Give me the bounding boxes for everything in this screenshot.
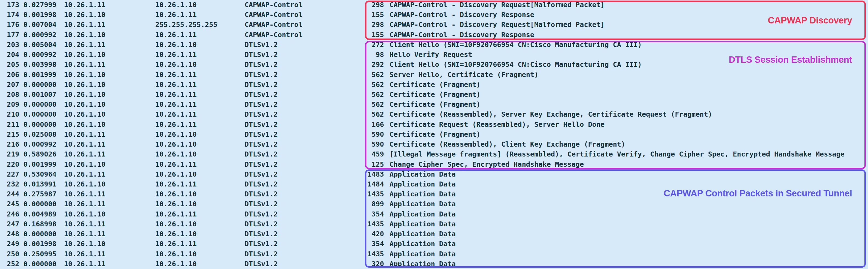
packet-source: 10.26.1.11 (64, 60, 105, 69)
packet-source: 10.26.1.10 (64, 80, 105, 90)
packet-number: 203 (0, 40, 19, 50)
packet-row[interactable]: 245 0.000000 10.26.1.11 10.26.1.10 DTLSv… (0, 199, 868, 209)
packet-row[interactable]: 247 0.168998 10.26.1.11 10.26.1.10 DTLSv… (0, 219, 868, 229)
packet-destination: 10.26.1.10 (155, 259, 197, 269)
packet-info: Application Data (390, 189, 456, 199)
packet-row[interactable]: 205 0.003998 10.26.1.11 10.26.1.10 DTLSv… (0, 60, 868, 69)
packet-source: 10.26.1.10 (64, 120, 105, 129)
packet-time: 0.589026 (23, 149, 56, 159)
packet-number: 177 (0, 30, 19, 40)
packet-source: 10.26.1.10 (64, 10, 105, 20)
packet-destination: 10.26.1.11 (155, 179, 197, 189)
packet-row[interactable]: 206 0.001999 10.26.1.10 10.26.1.11 DTLSv… (0, 70, 868, 80)
packet-destination: 10.26.1.11 (155, 99, 197, 110)
packet-row[interactable]: 210 0.000000 10.26.1.10 10.26.1.11 DTLSv… (0, 110, 868, 119)
packet-number: 206 (0, 70, 19, 80)
packet-row[interactable]: 177 0.000992 10.26.1.10 10.26.1.11 CAPWA… (0, 30, 868, 40)
packet-source: 10.26.1.10 (64, 30, 105, 40)
packet-length: 1483 (365, 170, 384, 179)
packet-row[interactable]: 246 0.004989 10.26.1.10 10.26.1.11 DTLSv… (0, 209, 868, 219)
packet-number: 205 (0, 60, 19, 69)
packet-row[interactable]: 176 0.007004 10.26.1.11 255.255.255.255 … (0, 20, 868, 30)
packet-length: 562 (365, 110, 384, 119)
packet-length: 562 (365, 80, 384, 90)
packet-row[interactable]: 219 0.589026 10.26.1.11 10.26.1.10 DTLSv… (0, 149, 868, 159)
packet-length: 320 (365, 259, 384, 269)
packet-protocol: CAPWAP-Control (245, 20, 303, 30)
packet-row[interactable]: 227 0.530964 10.26.1.11 10.26.1.10 DTLSv… (0, 170, 868, 179)
packet-source: 10.26.1.11 (64, 129, 105, 140)
packet-row[interactable]: 244 0.275987 10.26.1.11 10.26.1.10 DTLSv… (0, 189, 868, 199)
packet-length: 298 (365, 0, 384, 10)
packet-protocol: DTLSv1.2 (245, 120, 278, 129)
packet-destination: 10.26.1.10 (155, 40, 197, 50)
packet-number: 210 (0, 110, 19, 119)
packet-length: 354 (365, 209, 384, 219)
packet-time: 0.005004 (23, 40, 56, 50)
packet-source: 10.26.1.10 (64, 110, 105, 119)
packet-source: 10.26.1.11 (64, 0, 105, 10)
packet-row[interactable]: 209 0.000000 10.26.1.10 10.26.1.11 DTLSv… (0, 99, 868, 110)
packet-time: 0.001999 (23, 159, 56, 170)
packet-source: 10.26.1.11 (64, 20, 105, 30)
packet-row[interactable]: 208 0.001007 10.26.1.10 10.26.1.11 DTLSv… (0, 90, 868, 99)
packet-info: Application Data (390, 249, 456, 259)
packet-destination: 10.26.1.10 (155, 149, 197, 159)
packet-number: 247 (0, 219, 19, 229)
packet-row[interactable]: 220 0.001999 10.26.1.10 10.26.1.11 DTLSv… (0, 159, 868, 170)
packet-length: 899 (365, 199, 384, 209)
packet-length: 125 (365, 159, 384, 170)
packet-row[interactable]: 203 0.005004 10.26.1.11 10.26.1.10 DTLSv… (0, 40, 868, 50)
packet-row[interactable]: 250 0.250995 10.26.1.11 10.26.1.10 DTLSv… (0, 249, 868, 259)
packet-length: 1435 (365, 189, 384, 199)
packet-row[interactable]: 173 0.027999 10.26.1.11 10.26.1.10 CAPWA… (0, 0, 868, 10)
packet-destination: 10.26.1.10 (155, 170, 197, 179)
packet-source: 10.26.1.10 (64, 239, 105, 249)
packet-row[interactable]: 215 0.025008 10.26.1.11 10.26.1.10 DTLSv… (0, 129, 868, 140)
packet-number: 244 (0, 189, 19, 199)
packet-destination: 10.26.1.10 (155, 140, 197, 149)
packet-source: 10.26.1.11 (64, 189, 105, 199)
packet-time: 0.000000 (23, 120, 56, 129)
packet-number: 204 (0, 50, 19, 60)
packet-protocol: DTLSv1.2 (245, 80, 278, 90)
packet-info: Application Data (390, 259, 456, 269)
packet-destination: 10.26.1.11 (155, 90, 197, 99)
packet-length: 155 (365, 30, 384, 40)
packet-source: 10.26.1.10 (64, 90, 105, 99)
packet-source: 10.26.1.11 (64, 140, 105, 149)
packet-source: 10.26.1.10 (64, 159, 105, 170)
packet-number: 216 (0, 140, 19, 149)
packet-protocol: DTLSv1.2 (245, 140, 278, 149)
packet-length: 155 (365, 10, 384, 20)
packet-time: 0.275987 (23, 189, 56, 199)
packet-row[interactable]: 252 0.000000 10.26.1.11 10.26.1.10 DTLSv… (0, 259, 868, 269)
packet-row[interactable]: 211 0.000000 10.26.1.10 10.26.1.11 DTLSv… (0, 120, 868, 129)
packet-source: 10.26.1.11 (64, 219, 105, 229)
packet-number: 220 (0, 159, 19, 170)
packet-time: 0.000000 (23, 110, 56, 119)
packet-destination: 10.26.1.11 (155, 209, 197, 219)
packet-row[interactable]: 204 0.000992 10.26.1.10 10.26.1.11 DTLSv… (0, 50, 868, 60)
packet-time: 0.168998 (23, 219, 56, 229)
packet-row[interactable]: 207 0.000000 10.26.1.10 10.26.1.11 DTLSv… (0, 80, 868, 90)
packet-info: Certificate (Fragment) (390, 90, 480, 99)
packet-number: 232 (0, 179, 19, 189)
packet-row[interactable]: 174 0.001998 10.26.1.10 10.26.1.11 CAPWA… (0, 10, 868, 20)
packet-row[interactable]: 216 0.000992 10.26.1.11 10.26.1.10 DTLSv… (0, 140, 868, 149)
packet-protocol: DTLSv1.2 (245, 159, 278, 170)
packet-destination: 10.26.1.10 (155, 249, 197, 259)
packet-info: [Illegal Message fragments] (Reassembled… (390, 149, 845, 159)
packet-length: 1435 (365, 249, 384, 259)
packet-protocol: DTLSv1.2 (245, 249, 278, 259)
packet-number: 173 (0, 0, 19, 10)
packet-time: 0.000992 (23, 50, 56, 60)
packet-row[interactable]: 248 0.000000 10.26.1.11 10.26.1.10 DTLSv… (0, 229, 868, 239)
packet-number: 208 (0, 90, 19, 99)
packet-length: 292 (365, 60, 384, 69)
packet-length: 590 (365, 140, 384, 149)
packet-row[interactable]: 232 0.013991 10.26.1.10 10.26.1.11 DTLSv… (0, 179, 868, 189)
packet-row[interactable]: 249 0.001998 10.26.1.10 10.26.1.11 DTLSv… (0, 239, 868, 249)
packet-destination: 10.26.1.11 (155, 10, 197, 20)
packet-destination: 10.26.1.11 (155, 159, 197, 170)
